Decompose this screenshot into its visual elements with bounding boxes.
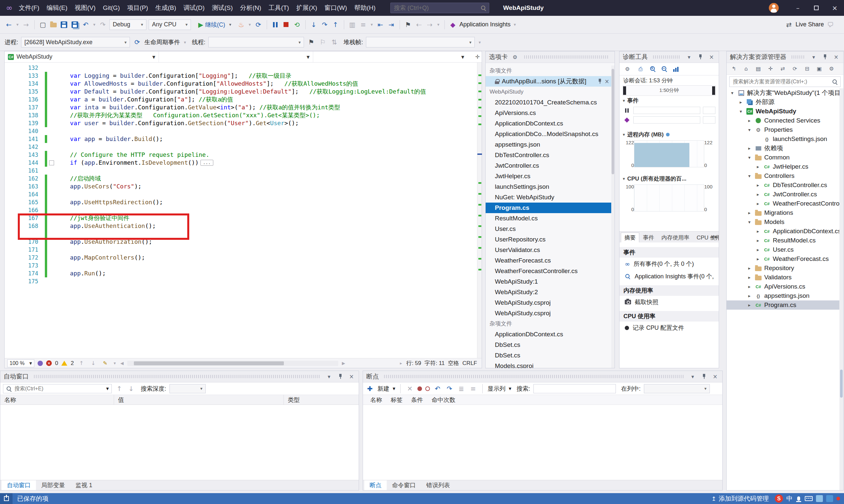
panel-tab[interactable]: 错误列表: [421, 480, 455, 490]
breadcrumb-member-select[interactable]: ▾: [313, 51, 467, 62]
solution-search-input[interactable]: [732, 78, 830, 85]
document-tab[interactable]: ApplicationDbContext.cs: [486, 118, 611, 129]
code-cleanup-icon[interactable]: ✎: [101, 359, 109, 368]
close-icon[interactable]: ×: [605, 78, 609, 85]
application-insights-label[interactable]: Application Insights: [460, 21, 511, 28]
application-insights-dropdown-icon[interactable]: ▾: [513, 20, 517, 29]
solution-search-box[interactable]: [729, 76, 841, 87]
solution-scrollbar[interactable]: [839, 88, 843, 490]
tree-item[interactable]: ▸Repository: [727, 264, 839, 273]
tree-item[interactable]: ▸C#WeatherForecastController.cs: [727, 199, 839, 208]
document-tab[interactable]: WebApiStudy.csproj: [486, 308, 611, 319]
expander-icon[interactable]: ▸: [746, 284, 752, 289]
menu-item[interactable]: Git(G): [99, 0, 124, 16]
home-icon[interactable]: ⌂: [742, 65, 750, 73]
expander-icon[interactable]: ▸: [746, 118, 752, 123]
properties-icon[interactable]: ⚙: [828, 65, 836, 73]
breadcrumb-project-select[interactable]: C# WebApiStudy ▾: [5, 51, 159, 62]
new-file-icon[interactable]: ▢: [38, 20, 47, 29]
session-timeline[interactable]: 1:50分钟: [623, 85, 716, 96]
panel-tab[interactable]: 局部变量: [36, 480, 70, 490]
intellisense-status-icon[interactable]: [38, 361, 43, 366]
open-file-icon[interactable]: [49, 22, 57, 28]
tree-item[interactable]: ▸{}appsettings.json: [727, 291, 839, 301]
search-up-icon[interactable]: ↑: [115, 384, 124, 393]
tab-scroll-arrows[interactable]: ◀▶: [710, 234, 718, 239]
editor-horizontal-scrollbar[interactable]: [127, 361, 338, 366]
tree-item[interactable]: ▾Common: [727, 153, 839, 162]
document-tab[interactable]: UserRepository.cs: [486, 234, 611, 245]
minimize-button[interactable]: –: [789, 0, 807, 16]
hot-reload-dropdown-icon[interactable]: ▾: [248, 20, 252, 29]
menu-item[interactable]: 扩展(X): [293, 0, 321, 16]
fold-toggle-icon[interactable]: [49, 160, 54, 165]
error-icon[interactable]: ✕: [46, 360, 52, 366]
expander-icon[interactable]: ▸: [755, 229, 761, 234]
ime-language-indicator[interactable]: 中: [786, 494, 793, 503]
pin-icon[interactable]: [700, 373, 708, 380]
publish-up-arrow-icon[interactable]: ↥: [711, 496, 716, 502]
breakpoints-grid-body[interactable]: [363, 405, 722, 480]
ime-toolbox-icon[interactable]: [826, 495, 833, 502]
code-line[interactable]: 134 var AllowedHosts = builder.Configura…: [5, 80, 477, 88]
all-events-link[interactable]: ∞ 所有事件(0 个, 共 0 个): [619, 257, 719, 270]
tree-item[interactable]: ▸Validators: [727, 273, 839, 282]
go-to-source-icon[interactable]: ≣: [457, 384, 466, 393]
scroll-left-icon[interactable]: ◀: [710, 234, 713, 239]
grid-column-header[interactable]: 类型: [284, 395, 359, 405]
next-issue-icon[interactable]: ↓: [89, 359, 98, 368]
line-indicator[interactable]: 行: 59: [406, 359, 421, 367]
warning-icon[interactable]: [61, 361, 67, 366]
scroll-right-icon[interactable]: ▶: [342, 359, 345, 368]
expander-icon[interactable]: ▸: [738, 100, 744, 105]
autos-grid-body[interactable]: [0, 405, 359, 480]
expander-icon[interactable]: ▸: [746, 146, 752, 151]
document-tab[interactable]: ResultModel.cs: [486, 213, 611, 224]
code-line[interactable]: 132: [5, 64, 477, 72]
app-insights-events-link[interactable]: Application Insights 事件(0 个,: [619, 270, 719, 283]
navigate-back-dropdown-icon[interactable]: ▾: [16, 20, 19, 29]
enable-all-breakpoints-icon[interactable]: [425, 386, 430, 391]
document-tab[interactable]: Program.cs: [486, 203, 611, 213]
process-select[interactable]: [26628] WebApiStudy.exe▾: [21, 37, 130, 48]
autos-search-box[interactable]: ▾: [3, 384, 112, 393]
code-line[interactable]: 164: [5, 191, 477, 198]
menu-item[interactable]: 调试(D): [180, 0, 208, 16]
document-tab[interactable]: WeatherForecast.cs: [486, 255, 611, 266]
new-breakpoint-label[interactable]: 新建: [378, 385, 389, 393]
document-tab[interactable]: Models.csproj: [486, 361, 611, 368]
grid-column-header[interactable]: 标签: [391, 396, 402, 404]
menu-item[interactable]: 编辑(E): [43, 0, 71, 16]
document-tab[interactable]: WebApiStudy.csproj: [486, 298, 611, 308]
step-out-icon[interactable]: ↑: [331, 20, 340, 29]
indent-decrease-icon[interactable]: ⇤: [376, 20, 385, 29]
search-depth-select[interactable]: ▾: [170, 384, 206, 393]
expander-icon[interactable]: ▾: [738, 109, 744, 114]
stop-debugging-icon[interactable]: [282, 20, 291, 29]
toolbar-overflow-icon[interactable]: ▾: [478, 38, 482, 47]
add-to-source-control-button[interactable]: 添加到源代码管理: [719, 494, 769, 503]
chevron-down-icon[interactable]: ▾: [689, 373, 696, 380]
go-to-disassembly-icon[interactable]: ≡: [469, 384, 477, 393]
expander-icon[interactable]: ▾: [746, 155, 752, 160]
tree-item[interactable]: {}launchSettings.json: [727, 134, 839, 144]
code-line[interactable]: 133 var Logging = builder.Configuration[…: [5, 72, 477, 80]
tree-item[interactable]: ▸外部源: [727, 97, 839, 107]
panel-tab[interactable]: 断点: [364, 480, 387, 490]
next-bookmark-icon[interactable]: ⇢: [426, 20, 434, 29]
lifecycle-dropdown-icon[interactable]: ▾: [183, 38, 187, 47]
grid-column-header[interactable]: 值: [114, 395, 284, 405]
export-breakpoints-icon[interactable]: ↷: [445, 384, 454, 393]
lifecycle-events-icon[interactable]: ⟳: [133, 38, 141, 47]
document-tab[interactable]: launchSettings.json: [486, 181, 611, 192]
panel-drag-handle[interactable]: [524, 55, 609, 59]
menu-item[interactable]: 窗口(W): [321, 0, 351, 16]
code-line[interactable]: 135 var Default = builder.Configuration[…: [5, 88, 477, 95]
application-insights-icon[interactable]: ◆: [449, 20, 457, 29]
disable-all-breakpoints-icon[interactable]: [417, 386, 422, 391]
menu-item[interactable]: 帮助(H): [351, 0, 379, 16]
document-tab[interactable]: NuGet: WebApiStudy: [486, 192, 611, 203]
document-tab[interactable]: ApiVersions.cs: [486, 108, 611, 118]
chevron-down-icon[interactable]: ▾: [325, 373, 333, 380]
indentation-indicator[interactable]: 空格: [448, 359, 459, 367]
